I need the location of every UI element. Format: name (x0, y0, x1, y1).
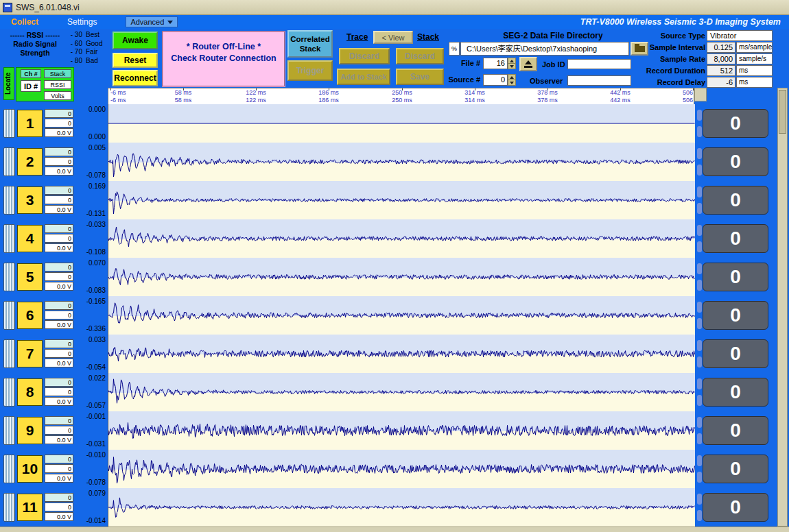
seismic-trace (108, 181, 695, 219)
stack-count-display: 0 (703, 416, 768, 445)
reset-button[interactable]: Reset (113, 53, 158, 68)
channel-volts-value: 0.0 V (45, 167, 73, 176)
view-toggle-button[interactable]: < View (373, 31, 413, 44)
trace-row (108, 143, 695, 181)
channel-number[interactable]: 10 (17, 455, 43, 483)
channel-number[interactable]: 8 (17, 378, 43, 406)
channel-number[interactable]: 1 (17, 110, 43, 137)
axis-tick-label: 314 ms (464, 89, 485, 96)
channel-number[interactable]: 6 (17, 302, 43, 329)
add-to-stack-button[interactable]: Add to Stack (337, 69, 390, 85)
menu-advanced[interactable]: Advanced (126, 16, 178, 27)
source-number-decrement[interactable] (508, 80, 516, 86)
channel-rssi-value: 0 (45, 195, 73, 204)
channel-locate-button[interactable] (3, 493, 15, 522)
app-icon (3, 3, 12, 12)
channel-rssi-value: 0 (45, 464, 73, 473)
path-type-icon[interactable]: % (449, 42, 460, 56)
rssi-db: - 30 (64, 31, 82, 40)
file-number-field[interactable]: 16 (483, 58, 508, 69)
reconnect-button[interactable]: Reconnect (113, 70, 158, 86)
save-button[interactable]: Save (396, 69, 444, 85)
channel-stack-value: 0 (45, 301, 73, 310)
awake-button[interactable]: Awake (113, 32, 158, 49)
rssi-level-bad: - 80 Bad (64, 57, 110, 66)
stack-header: Stack (44, 69, 71, 78)
source-type-value[interactable]: Vibrator (707, 30, 773, 41)
locate-all-button[interactable]: Locate (3, 67, 14, 100)
channel-number[interactable]: 11 (17, 494, 43, 521)
horizontal-scrollbar[interactable] (0, 527, 789, 532)
trace-min-value: -0.131 (74, 210, 106, 217)
channel-locate-button[interactable] (3, 301, 15, 330)
record-delay-value: -6 (707, 77, 735, 88)
rssi-quality: Good (86, 40, 102, 49)
discard-trace-button[interactable]: Discard (339, 48, 390, 64)
channel-header: Locate Ch # Stack ID # RSSI Volts (0, 66, 108, 104)
axis-tick-label: 58 ms (175, 89, 192, 96)
channel-header-panel: Ch # Stack ID # RSSI Volts (16, 67, 74, 101)
channel-locate-button[interactable] (3, 455, 15, 483)
trace-row (108, 104, 695, 143)
stack-count-display: 0 (703, 263, 768, 291)
trace-row (108, 219, 695, 258)
trace-column-label: Trace (346, 32, 368, 42)
channel-rssi-value: 0 (45, 157, 73, 166)
channel-locate-button[interactable] (3, 224, 15, 253)
axis-tick-label: 378 ms (537, 97, 558, 104)
trace-min-value: -0.108 (74, 248, 106, 256)
rssi-db: - 80 (64, 57, 82, 66)
channel-locate-button[interactable] (3, 416, 15, 445)
channel-locate-button[interactable] (3, 339, 15, 368)
rssi-legend-line2: Radio Signal (5, 40, 64, 49)
trace-min-value: -0.054 (74, 363, 106, 371)
seismic-trace (108, 373, 695, 411)
discard-stack-button[interactable]: Discard (396, 48, 444, 64)
channel-rssi-value: 0 (45, 119, 73, 128)
channel-locate-button[interactable] (3, 147, 15, 176)
file-up-level-button[interactable] (519, 57, 537, 71)
file-number-decrement[interactable] (508, 63, 516, 69)
router-warning-line1: * Router Off-Line * (163, 41, 284, 53)
record-delay-unit: ms (736, 77, 773, 88)
seg2-directory-title: SEG-2 Data File Directory (453, 31, 653, 40)
vertical-scrollbar-thumb[interactable] (779, 90, 786, 134)
menu-collect[interactable]: Collect (11, 17, 38, 27)
vertical-scrollbar[interactable] (777, 88, 788, 527)
channel-stack-value: 0 (45, 455, 73, 463)
menu-settings[interactable]: Settings (67, 17, 97, 27)
record-duration-value: 512 (707, 65, 735, 76)
axis-tick-label: 186 ms (318, 97, 339, 104)
channel-number[interactable]: 3 (17, 186, 43, 214)
seismic-trace (108, 143, 695, 181)
channel-locate-button[interactable] (3, 186, 15, 215)
data-file-path-field[interactable]: C:\Users\李家庆\Desktop\7xiashaoping (460, 42, 629, 56)
axis-tick-label: -6 ms (110, 97, 126, 104)
stack-count-display: 0 (703, 339, 768, 368)
channel-locate-button[interactable] (3, 109, 15, 138)
channel-locate-button[interactable] (3, 378, 15, 407)
router-warning-line2: Check Router Connection (163, 53, 284, 64)
stack-column-label: Stack (417, 32, 439, 42)
sample-rate-label: Sample Rate (628, 55, 705, 63)
channel-number[interactable]: 4 (17, 225, 43, 252)
channel-number[interactable]: 2 (17, 148, 43, 176)
channel-locate-button[interactable] (3, 263, 15, 291)
stack-cell: 0 (694, 104, 777, 143)
channel-rssi-value: 0 (45, 503, 73, 511)
channel-number[interactable]: 7 (17, 340, 43, 367)
channel-number[interactable]: 5 (17, 263, 43, 291)
record-duration-unit: ms (736, 65, 773, 76)
channel-row: 3000.0 V0.169-0.131 (0, 181, 108, 219)
job-id-field[interactable] (567, 59, 631, 69)
trace-min-value: -0.057 (74, 402, 106, 409)
title-bar[interactable]: SWS_6.01.048.vi (0, 0, 789, 15)
observer-field[interactable] (567, 75, 631, 86)
seismic-plot-area (108, 104, 694, 527)
channel-number[interactable]: 9 (17, 417, 43, 444)
source-number-field[interactable]: 0 (483, 74, 508, 86)
rssi-db: - 60 (64, 40, 82, 49)
trigger-button[interactable]: Trigger (287, 60, 333, 81)
correlated-stack-button[interactable]: Correlated Stack (287, 30, 333, 58)
axis-tick-label: 58 ms (175, 97, 192, 104)
